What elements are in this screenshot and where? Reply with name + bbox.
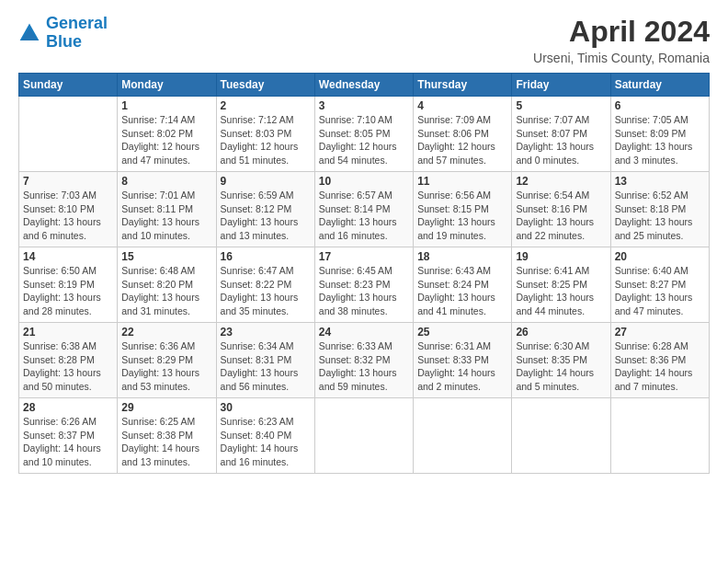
day-number: 21 — [23, 326, 113, 339]
day-info: Sunrise: 6:47 AM Sunset: 8:22 PM Dayligh… — [221, 264, 311, 318]
page-title: April 2024 — [533, 15, 710, 49]
day-info: Sunrise: 6:33 AM Sunset: 8:32 PM Dayligh… — [319, 339, 409, 394]
calendar-cell: 6Sunrise: 7:05 AM Sunset: 8:09 PM Daylig… — [610, 97, 709, 172]
calendar-cell: 8Sunrise: 7:01 AM Sunset: 8:11 PM Daylig… — [118, 172, 216, 247]
calendar-week-row: 28Sunrise: 6:26 AM Sunset: 8:37 PM Dayli… — [19, 398, 710, 474]
calendar-cell: 2Sunrise: 7:12 AM Sunset: 8:03 PM Daylig… — [216, 97, 314, 172]
calendar-cell: 23Sunrise: 6:34 AM Sunset: 8:31 PM Dayli… — [216, 323, 314, 398]
day-info: Sunrise: 6:25 AM Sunset: 8:38 PM Dayligh… — [121, 415, 211, 469]
calendar-cell — [414, 398, 512, 474]
calendar-cell: 22Sunrise: 6:36 AM Sunset: 8:29 PM Dayli… — [118, 323, 216, 398]
day-number: 13 — [615, 175, 705, 188]
day-number: 6 — [615, 99, 705, 112]
calendar-cell: 1Sunrise: 7:14 AM Sunset: 8:02 PM Daylig… — [118, 97, 216, 172]
calendar-cell — [19, 97, 118, 172]
day-info: Sunrise: 6:36 AM Sunset: 8:29 PM Dayligh… — [121, 339, 211, 394]
calendar-cell: 4Sunrise: 7:09 AM Sunset: 8:06 PM Daylig… — [414, 97, 512, 172]
day-info: Sunrise: 7:14 AM Sunset: 8:02 PM Dayligh… — [121, 113, 211, 167]
calendar-cell: 16Sunrise: 6:47 AM Sunset: 8:22 PM Dayli… — [216, 247, 314, 323]
calendar-cell: 25Sunrise: 6:31 AM Sunset: 8:33 PM Dayli… — [414, 323, 512, 398]
weekday-header: Tuesday — [216, 74, 314, 97]
weekday-header: Wednesday — [314, 74, 413, 97]
day-number: 10 — [319, 175, 409, 188]
calendar-cell — [512, 398, 610, 474]
calendar-cell: 30Sunrise: 6:23 AM Sunset: 8:40 PM Dayli… — [216, 398, 314, 474]
calendar-cell: 5Sunrise: 7:07 AM Sunset: 8:07 PM Daylig… — [512, 97, 610, 172]
day-info: Sunrise: 6:38 AM Sunset: 8:28 PM Dayligh… — [23, 339, 113, 394]
day-number: 7 — [23, 175, 113, 188]
calendar-cell: 10Sunrise: 6:57 AM Sunset: 8:14 PM Dayli… — [314, 172, 413, 247]
calendar-cell — [314, 398, 413, 474]
logo: General Blue — [18, 15, 108, 52]
calendar-cell: 14Sunrise: 6:50 AM Sunset: 8:19 PM Dayli… — [19, 247, 118, 323]
day-number: 9 — [221, 175, 311, 188]
day-info: Sunrise: 6:56 AM Sunset: 8:15 PM Dayligh… — [417, 189, 507, 243]
day-info: Sunrise: 6:54 AM Sunset: 8:16 PM Dayligh… — [516, 189, 606, 243]
day-info: Sunrise: 6:50 AM Sunset: 8:19 PM Dayligh… — [23, 264, 113, 318]
day-info: Sunrise: 7:05 AM Sunset: 8:09 PM Dayligh… — [615, 113, 705, 167]
day-info: Sunrise: 6:28 AM Sunset: 8:36 PM Dayligh… — [615, 339, 705, 394]
weekday-header: Sunday — [19, 74, 118, 97]
calendar-cell: 7Sunrise: 7:03 AM Sunset: 8:10 PM Daylig… — [19, 172, 118, 247]
day-info: Sunrise: 6:48 AM Sunset: 8:20 PM Dayligh… — [121, 264, 211, 318]
calendar-cell: 21Sunrise: 6:38 AM Sunset: 8:28 PM Dayli… — [19, 323, 118, 398]
calendar-week-row: 7Sunrise: 7:03 AM Sunset: 8:10 PM Daylig… — [19, 172, 710, 247]
day-info: Sunrise: 6:52 AM Sunset: 8:18 PM Dayligh… — [615, 189, 705, 243]
day-info: Sunrise: 7:09 AM Sunset: 8:06 PM Dayligh… — [417, 113, 507, 167]
day-info: Sunrise: 6:43 AM Sunset: 8:24 PM Dayligh… — [417, 264, 507, 318]
day-number: 19 — [516, 250, 606, 263]
day-number: 26 — [516, 326, 606, 339]
day-number: 22 — [121, 326, 211, 339]
title-section: April 2024 Urseni, Timis County, Romania — [533, 15, 710, 65]
calendar-cell: 11Sunrise: 6:56 AM Sunset: 8:15 PM Dayli… — [414, 172, 512, 247]
calendar-week-row: 21Sunrise: 6:38 AM Sunset: 8:28 PM Dayli… — [19, 323, 710, 398]
day-number: 29 — [121, 401, 211, 414]
calendar-cell: 26Sunrise: 6:30 AM Sunset: 8:35 PM Dayli… — [512, 323, 610, 398]
day-info: Sunrise: 6:45 AM Sunset: 8:23 PM Dayligh… — [319, 264, 409, 318]
calendar-week-row: 14Sunrise: 6:50 AM Sunset: 8:19 PM Dayli… — [19, 247, 710, 323]
calendar-cell: 28Sunrise: 6:26 AM Sunset: 8:37 PM Dayli… — [19, 398, 118, 474]
day-number: 3 — [319, 99, 409, 112]
day-info: Sunrise: 6:59 AM Sunset: 8:12 PM Dayligh… — [221, 189, 311, 243]
weekday-header: Monday — [118, 74, 216, 97]
day-info: Sunrise: 7:07 AM Sunset: 8:07 PM Dayligh… — [516, 113, 606, 167]
day-number: 27 — [615, 326, 705, 339]
day-number: 2 — [221, 99, 311, 112]
day-number: 4 — [417, 99, 507, 112]
day-number: 25 — [417, 326, 507, 339]
day-number: 17 — [319, 250, 409, 263]
day-number: 20 — [615, 250, 705, 263]
day-info: Sunrise: 7:03 AM Sunset: 8:10 PM Dayligh… — [23, 189, 113, 243]
calendar-header-row: SundayMondayTuesdayWednesdayThursdayFrid… — [19, 74, 710, 97]
page-container: General Blue April 2024 Urseni, Timis Co… — [0, 0, 728, 483]
calendar-cell: 19Sunrise: 6:41 AM Sunset: 8:25 PM Dayli… — [512, 247, 610, 323]
day-info: Sunrise: 6:41 AM Sunset: 8:25 PM Dayligh… — [516, 264, 606, 318]
day-number: 15 — [121, 250, 211, 263]
day-number: 11 — [417, 175, 507, 188]
logo-text: General Blue — [46, 15, 108, 52]
day-number: 28 — [23, 401, 113, 414]
calendar-table: SundayMondayTuesdayWednesdayThursdayFrid… — [18, 73, 710, 474]
header: General Blue April 2024 Urseni, Timis Co… — [18, 15, 710, 65]
calendar-cell: 27Sunrise: 6:28 AM Sunset: 8:36 PM Dayli… — [610, 323, 709, 398]
weekday-header: Friday — [512, 74, 610, 97]
logo-line2: Blue — [46, 32, 82, 51]
day-info: Sunrise: 6:31 AM Sunset: 8:33 PM Dayligh… — [417, 339, 507, 394]
calendar-cell: 29Sunrise: 6:25 AM Sunset: 8:38 PM Dayli… — [118, 398, 216, 474]
day-number: 5 — [516, 99, 606, 112]
calendar-cell: 20Sunrise: 6:40 AM Sunset: 8:27 PM Dayli… — [610, 247, 709, 323]
weekday-header: Saturday — [610, 74, 709, 97]
calendar-cell: 3Sunrise: 7:10 AM Sunset: 8:05 PM Daylig… — [314, 97, 413, 172]
calendar-cell: 13Sunrise: 6:52 AM Sunset: 8:18 PM Dayli… — [610, 172, 709, 247]
calendar-cell: 17Sunrise: 6:45 AM Sunset: 8:23 PM Dayli… — [314, 247, 413, 323]
day-number: 23 — [221, 326, 311, 339]
weekday-header: Thursday — [414, 74, 512, 97]
day-number: 30 — [221, 401, 311, 414]
day-number: 8 — [121, 175, 211, 188]
day-number: 16 — [221, 250, 311, 263]
calendar-cell: 24Sunrise: 6:33 AM Sunset: 8:32 PM Dayli… — [314, 323, 413, 398]
calendar-cell: 9Sunrise: 6:59 AM Sunset: 8:12 PM Daylig… — [216, 172, 314, 247]
day-info: Sunrise: 7:01 AM Sunset: 8:11 PM Dayligh… — [121, 189, 211, 243]
calendar-cell: 12Sunrise: 6:54 AM Sunset: 8:16 PM Dayli… — [512, 172, 610, 247]
day-number: 14 — [23, 250, 113, 263]
